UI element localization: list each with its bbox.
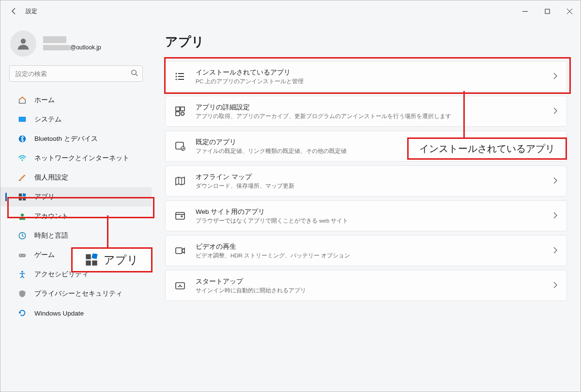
minimize-button[interactable] (514, 0, 536, 22)
sidebar-item-label: システム (34, 115, 61, 124)
apps-icon (18, 193, 27, 201)
bluetooth-icon (18, 135, 27, 143)
sidebar-item-label: Windows Update (34, 310, 84, 317)
svg-rect-7 (19, 180, 21, 181)
annotation-callout-installed-apps: インストールされているアプリ (407, 137, 567, 160)
card-video-playback[interactable]: ビデオの再生 ビデオ調整、HDR ストリーミング、バッテリー オプション (165, 235, 567, 266)
svg-rect-23 (178, 79, 184, 80)
sidebar-item-windows-update[interactable]: Windows Update (4, 303, 148, 323)
app-gear-icon (174, 106, 186, 117)
svg-rect-11 (23, 197, 26, 200)
svg-point-2 (132, 70, 136, 75)
system-icon (18, 115, 27, 124)
sidebar-item-accounts[interactable]: アカウント (4, 207, 148, 226)
map-icon (174, 175, 186, 187)
svg-rect-31 (176, 248, 182, 254)
svg-point-17 (21, 271, 23, 273)
svg-point-16 (23, 255, 24, 256)
startup-icon (174, 280, 186, 291)
svg-point-20 (176, 76, 177, 77)
home-icon (18, 96, 27, 105)
avatar (10, 30, 36, 57)
sidebar-item-label: ホーム (34, 96, 55, 105)
sidebar-item-label: 時刻と言語 (34, 231, 68, 240)
card-title: インストールされているアプリ (196, 68, 543, 77)
svg-rect-33 (86, 254, 91, 259)
clock-icon (18, 231, 27, 240)
card-advanced-app-settings[interactable]: アプリの詳細設定 アプリの取得、アプリのアーカイブ、更新プログラムのアンインスト… (165, 96, 567, 127)
svg-rect-36 (92, 260, 97, 265)
window-link-icon (174, 210, 186, 222)
svg-rect-30 (176, 212, 184, 219)
svg-rect-19 (178, 73, 184, 74)
search-container (9, 65, 143, 82)
sidebar-item-label: Bluetooth とデバイス (34, 135, 98, 143)
card-subtitle: ブラウザーではなくアプリで開くことができる web サイト (196, 217, 543, 225)
svg-rect-14 (19, 254, 26, 257)
wifi-icon (18, 154, 27, 163)
card-installed-apps[interactable]: インストールされているアプリ PC 上のアプリのアンインストールと管理 (165, 61, 567, 92)
sidebar-item-apps[interactable]: アプリ (0, 187, 152, 207)
close-button[interactable] (558, 0, 581, 22)
chevron-right-icon (553, 282, 558, 290)
svg-rect-21 (178, 76, 184, 77)
svg-point-1 (21, 39, 26, 44)
window-title: 設定 (26, 7, 37, 15)
list-icon (174, 71, 186, 82)
svg-rect-10 (19, 197, 22, 200)
page-title: アプリ (165, 33, 567, 50)
sidebar-item-label: アプリ (34, 193, 55, 201)
card-subtitle: PC 上のアプリのアンインストールと管理 (196, 78, 543, 85)
svg-rect-4 (19, 118, 25, 121)
sidebar-item-personalization[interactable]: 個人用設定 (4, 168, 148, 187)
card-title: オフライン マップ (196, 173, 543, 181)
sidebar-item-label: プライバシーとセキュリティ (34, 289, 122, 298)
card-subtitle: アプリの取得、アプリのアーカイブ、更新プログラムのアンインストールを行う場所を選… (196, 113, 543, 120)
svg-point-27 (181, 112, 184, 115)
card-offline-maps[interactable]: オフライン マップ ダウンロード、保存場所、マップ更新 (165, 166, 567, 196)
svg-rect-24 (176, 107, 180, 111)
card-subtitle: ビデオ調整、HDR ストリーミング、バッテリー オプション (196, 252, 543, 259)
sidebar-item-home[interactable]: ホーム (4, 90, 148, 110)
svg-rect-8 (19, 194, 22, 196)
svg-rect-34 (92, 254, 97, 259)
svg-rect-9 (22, 193, 26, 196)
chevron-right-icon (553, 212, 558, 220)
sidebar-item-time-language[interactable]: 時刻と言語 (4, 226, 148, 245)
svg-rect-35 (86, 260, 91, 265)
gamepad-icon (18, 251, 27, 259)
brush-icon (18, 173, 27, 182)
sidebar-item-bluetooth[interactable]: Bluetooth とデバイス (4, 129, 148, 149)
check-app-icon (174, 140, 186, 152)
title-bar: 設定 (0, 0, 581, 22)
update-icon (18, 309, 27, 317)
chevron-right-icon (553, 73, 558, 81)
apps-icon (85, 254, 98, 266)
svg-point-12 (21, 213, 24, 216)
card-title: Web サイト用のアプリ (196, 208, 543, 216)
card-subtitle: ダウンロード、保存場所、マップ更新 (196, 182, 543, 190)
svg-rect-0 (545, 9, 550, 14)
back-button[interactable] (7, 4, 21, 18)
svg-rect-25 (181, 107, 184, 111)
card-subtitle: サインイン時に自動的に開始されるアプリ (196, 287, 543, 294)
user-profile[interactable]: @outlook.jp (0, 28, 152, 65)
user-name-redacted (43, 36, 66, 43)
card-startup[interactable]: スタートアップ サインイン時に自動的に開始されるアプリ (165, 270, 567, 301)
card-apps-for-websites[interactable]: Web サイト用のアプリ ブラウザーではなくアプリで開くことができる web サ… (165, 200, 567, 231)
annotation-callout-apps: アプリ (71, 247, 153, 272)
shield-icon (18, 289, 27, 298)
sidebar-item-label: ネットワークとインターネット (34, 154, 129, 163)
card-title: ビデオの再生 (196, 242, 543, 251)
search-input[interactable] (9, 65, 143, 82)
sidebar-item-network[interactable]: ネットワークとインターネット (4, 149, 148, 168)
sidebar: @outlook.jp ホーム システム Bluetooth とデバイス (0, 22, 152, 392)
sidebar-item-system[interactable]: システム (4, 110, 148, 129)
chevron-right-icon (553, 177, 558, 185)
maximize-button[interactable] (536, 0, 558, 22)
svg-point-15 (20, 255, 21, 256)
sidebar-item-privacy[interactable]: プライバシーとセキュリティ (4, 284, 148, 303)
svg-point-22 (176, 79, 177, 80)
accessibility-icon (18, 270, 27, 279)
chevron-right-icon (553, 247, 558, 255)
